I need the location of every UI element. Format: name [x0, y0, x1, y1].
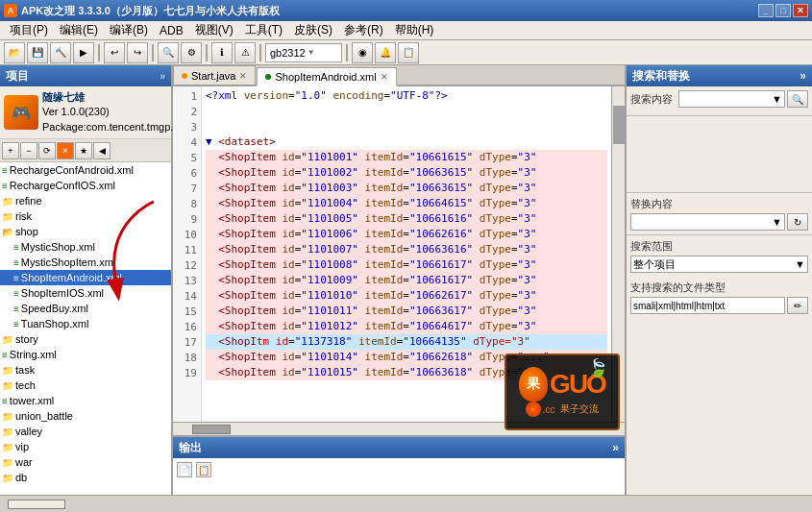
left-tb-mark[interactable]: ✕ [57, 142, 74, 159]
left-tb-expand[interactable]: + [2, 142, 19, 159]
tree-item-recharge-ios[interactable]: ≡RechargeConfIOS.xml [0, 178, 171, 193]
menu-compile[interactable]: 编译(B) [104, 20, 154, 40]
panel-collapse-arrows[interactable]: » [160, 71, 165, 82]
scope-dropdown[interactable]: 整个项目 ▼ [630, 256, 808, 273]
output-btn-1[interactable]: 📄 [177, 462, 192, 477]
tab-start-java[interactable]: Start.java ✕ [173, 65, 256, 85]
replace-content-dropdown[interactable]: ▼ [630, 213, 785, 231]
output-btn-2[interactable]: 📋 [196, 462, 211, 477]
replace-label: 替换内容 [630, 197, 808, 211]
minimize-button[interactable]: _ [758, 4, 774, 17]
tree-item-speedbuy[interactable]: ≡SpeedBuy.xml [0, 301, 171, 316]
tab-shopitem-android[interactable]: ShopItemAndroid.xml ✕ [257, 67, 396, 86]
toolbar-warn[interactable]: ⚠ [234, 42, 256, 63]
menu-tools[interactable]: 工具(T) [239, 20, 288, 40]
menu-project[interactable]: 项目(P) [4, 20, 54, 40]
toolbar-undo[interactable]: ↩ [104, 42, 125, 63]
menu-ref[interactable]: 参考(R) [338, 20, 389, 40]
tree-item-war[interactable]: 📁war [0, 454, 171, 470]
code-hscroll-thumb[interactable] [192, 425, 231, 434]
maximize-button[interactable]: □ [775, 4, 791, 17]
search-expand-arrows[interactable]: » [800, 69, 806, 83]
menu-adb[interactable]: ADB [154, 22, 189, 39]
close-button[interactable]: ✕ [793, 4, 808, 17]
menu-edit[interactable]: 编辑(E) [54, 20, 104, 40]
tree-item-vip[interactable]: 📁vip [0, 439, 171, 454]
left-tb-prev[interactable]: ◀ [93, 142, 111, 159]
search-content-arrow: ▼ [772, 93, 782, 105]
toolbar-save[interactable]: 💾 [27, 42, 48, 63]
tree-item-shopitem-ios[interactable]: ≡ShopItemIOS.xml [0, 285, 171, 301]
tree-item-tower[interactable]: ≡tower.xml [0, 393, 171, 408]
tree-item-risk[interactable]: 📁risk [0, 208, 171, 224]
left-tb-collapse[interactable]: − [20, 142, 37, 159]
toolbar-compile[interactable]: 🔨 [50, 42, 71, 63]
tab-close-shopitem[interactable]: ✕ [381, 72, 388, 82]
menu-bar: 项目(P) 编辑(E) 编译(B) ADB 视图(V) 工具(T) 皮肤(S) … [0, 21, 812, 40]
toolbar-open[interactable]: 📂 [4, 42, 25, 63]
toolbar-sep2 [152, 44, 154, 61]
tree-item-mysticshop[interactable]: ≡MysticShop.xml [0, 239, 171, 255]
tree-item-task[interactable]: 📁task [0, 362, 171, 378]
tab-bar: Start.java ✕ ShopItemAndroid.xml ✕ [173, 65, 625, 86]
toolbar-redo[interactable]: ↪ [127, 42, 148, 63]
toolbar-settings[interactable]: ⚙ [181, 42, 202, 63]
tree-item-valley[interactable]: 📁valley [0, 424, 171, 439]
tree-item-story[interactable]: 📁story [0, 331, 171, 347]
tree-item-shop[interactable]: 📂shop [0, 224, 171, 239]
tab-close-start[interactable]: ✕ [239, 71, 247, 81]
search-section: 搜索内容 ▼ 🔍 [627, 86, 812, 116]
tree-item-union-battle[interactable]: 📁union_battle [0, 408, 171, 424]
menu-view[interactable]: 视图(V) [189, 20, 239, 40]
filetype-input[interactable]: smali|xml|html|htm|txt [630, 297, 785, 314]
left-tb-refresh[interactable]: ⟳ [38, 142, 56, 159]
menu-skin[interactable]: 皮肤(S) [288, 20, 338, 40]
scope-section: 搜索范围 整个项目 ▼ [627, 235, 812, 280]
toolbar-info[interactable]: ℹ [211, 42, 233, 63]
title-bar: A APK改之理 3.3.3.0（少月版）七七月与小米人共有版权 _ □ ✕ [0, 0, 812, 21]
line-numbers: 1 2 3 4 5 6 7 8 9 10 11 12 13 14 15 16 1 [173, 86, 202, 422]
toolbar-extra3[interactable]: 📋 [398, 42, 419, 63]
right-panel: 搜索和替换 » 搜索内容 ▼ 🔍 替换内容 ▼ [625, 65, 812, 512]
tree-item-tuanshop[interactable]: ≡TuanShop.xml [0, 316, 171, 331]
project-details: 随缘七雄 Ver 1.0.0(230) Package:com.tencent.… [42, 90, 173, 134]
code-scroll-thumb[interactable] [613, 106, 625, 144]
file-tree[interactable]: ≡RechargeConfAndroid.xml ≡RechargeConfIO… [0, 162, 171, 499]
tab-dot-java [182, 73, 187, 79]
toolbar-run[interactable]: ▶ [73, 42, 94, 63]
tree-item-refine[interactable]: 📁refine [0, 193, 171, 208]
toolbar-sep4 [259, 44, 261, 61]
filetype-label: 支持搜索的文件类型 [630, 280, 808, 295]
watermark-subtitle: · .cc 果子交流 [526, 402, 600, 417]
output-expand-arrows[interactable]: » [612, 441, 619, 454]
tree-item-tech[interactable]: 📁tech [0, 378, 171, 393]
toolbar-extra2[interactable]: 🔔 [375, 42, 396, 63]
toolbar-extra1[interactable]: ◉ [352, 42, 373, 63]
tree-item-mysticshopitem[interactable]: ≡MysticShopItem.xml [0, 255, 171, 270]
watermark-fruit-icon: 果 [519, 367, 548, 402]
tree-item-shopitem-android[interactable]: ≡ShopItemAndroid.xml [0, 270, 171, 285]
toolbar-search[interactable]: 🔍 [158, 42, 179, 63]
filetype-edit-button[interactable]: ✏ [787, 297, 808, 314]
encoding-dropdown[interactable]: gb2312 ▼ [265, 43, 342, 62]
tree-item-string[interactable]: ≡String.xml [0, 347, 171, 362]
left-tb-star[interactable]: ★ [75, 142, 92, 159]
filetype-section: 支持搜索的文件类型 smali|xml|html|htm|txt ✏ [627, 280, 812, 318]
left-panel: 项目 » 🎮 随缘七雄 Ver 1.0.0(230) Package:com.t… [0, 65, 173, 512]
tree-item-db[interactable]: 📁db [0, 470, 171, 485]
watermark-dot: · [526, 402, 541, 417]
scope-label: 搜索范围 [630, 239, 808, 254]
project-icon: 🎮 [4, 95, 38, 130]
project-name: 随缘七雄 [42, 90, 173, 105]
toolbar: 📂 💾 🔨 ▶ ↩ ↪ 🔍 ⚙ ℹ ⚠ gb2312 ▼ ◉ 🔔 📋 [0, 40, 812, 65]
search-content-label: 搜索内容 [630, 92, 677, 107]
filetype-value: smali|xml|html|htm|txt [633, 301, 725, 311]
menu-help[interactable]: 帮助(H) [389, 20, 440, 40]
tree-item-recharge-android[interactable]: ≡RechargeConfAndroid.xml [0, 162, 171, 178]
search-execute-button[interactable]: 🔍 [787, 90, 808, 108]
search-content-dropdown[interactable]: ▼ [678, 90, 785, 108]
project-version: Ver 1.0.0(230) [42, 105, 173, 119]
toolbar-sep3 [206, 44, 208, 61]
replace-execute-button[interactable]: ↻ [787, 213, 808, 231]
status-progress-bar [8, 500, 65, 509]
